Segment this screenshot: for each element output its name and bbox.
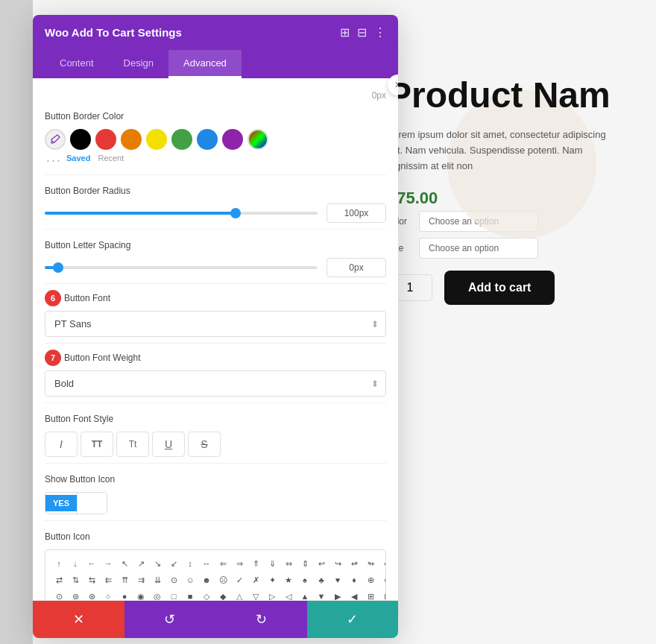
underline-button[interactable]: U	[152, 432, 185, 457]
icon-cell[interactable]: ⊙	[166, 572, 181, 587]
tab-advanced[interactable]: Advanced	[168, 50, 242, 78]
icon-cell[interactable]: ▼	[314, 589, 329, 600]
icon-cell[interactable]: ⊟	[379, 589, 386, 600]
icon-cell[interactable]: ⇄	[51, 572, 66, 587]
icon-cell[interactable]: ◀	[347, 589, 362, 600]
border-radius-thumb[interactable]	[230, 208, 241, 218]
icon-cell[interactable]: ⊙	[51, 589, 66, 600]
icon-cell[interactable]: ↑	[51, 556, 66, 571]
icon-cell[interactable]: ◁	[281, 589, 296, 600]
blue-swatch[interactable]	[197, 129, 218, 150]
icon-cell[interactable]: ⊛	[84, 589, 99, 600]
size-option[interactable]: Choose an option	[419, 238, 538, 259]
icon-cell[interactable]: ⇈	[117, 572, 132, 587]
strikethrough-button[interactable]: S	[188, 432, 221, 457]
border-radius-value[interactable]: 100px	[327, 203, 386, 223]
icon-cell[interactable]: ↬	[363, 556, 378, 571]
icon-cell[interactable]: ↪	[330, 556, 345, 571]
icon-cell[interactable]: △	[232, 589, 247, 600]
icon-cell[interactable]: ⇊	[150, 572, 165, 587]
border-radius-track[interactable]	[45, 212, 318, 215]
icon-cell[interactable]: ⇕	[297, 556, 312, 571]
tab-content[interactable]: Content	[45, 50, 109, 78]
icon-cell[interactable]: ↓	[68, 556, 83, 571]
icon-cell[interactable]: ♠	[297, 572, 312, 587]
saved-label[interactable]: Saved	[66, 154, 90, 162]
icon-cell[interactable]: ⊗	[379, 572, 386, 587]
green-swatch[interactable]	[171, 129, 192, 150]
letter-spacing-value[interactable]: 0px	[327, 258, 386, 277]
show-icon-toggle[interactable]: YES	[45, 492, 107, 514]
icon-cell[interactable]: ☻	[199, 572, 214, 587]
yellow-swatch[interactable]	[146, 129, 167, 150]
letter-spacing-thumb[interactable]	[53, 262, 63, 273]
icon-cell[interactable]: ◉	[133, 589, 148, 600]
icon-cell[interactable]: ▲	[297, 589, 312, 600]
button-font-weight-select[interactable]: Bold	[45, 370, 386, 397]
icon-cell[interactable]: ⇅	[68, 572, 83, 587]
tab-design[interactable]: Design	[109, 50, 168, 78]
reset-button[interactable]: ↺	[124, 601, 216, 638]
icon-cell[interactable]: ■	[183, 589, 198, 600]
icon-cell[interactable]: ↖	[117, 556, 132, 571]
cancel-button[interactable]: ✕	[33, 601, 124, 638]
icon-cell[interactable]: ✗	[248, 572, 263, 587]
icon-cell[interactable]: ⇑	[248, 556, 263, 571]
redo-button[interactable]: ↻	[215, 601, 307, 638]
icon-cell[interactable]: ⇆	[84, 572, 99, 587]
icon-cell[interactable]: ⊕	[363, 572, 378, 587]
black-swatch[interactable]	[70, 129, 91, 150]
icon-cell[interactable]: ←	[84, 556, 99, 571]
more-colors-dots[interactable]: ···	[46, 153, 62, 168]
icon-cell[interactable]: ☹	[215, 572, 230, 587]
icon-cell[interactable]: ↕	[183, 556, 198, 571]
italic-button[interactable]: I	[45, 432, 78, 457]
all-caps-button[interactable]: TT	[81, 432, 113, 457]
icon-cell[interactable]: →	[101, 556, 116, 571]
icon-cell[interactable]: ⇐	[215, 556, 230, 571]
icon-cell[interactable]: ●	[117, 589, 132, 600]
icon-cell[interactable]: ▶	[330, 589, 345, 600]
icon-cell[interactable]: ⇓	[265, 556, 280, 571]
icon-cell[interactable]: ↙	[166, 556, 181, 571]
orange-swatch[interactable]	[121, 129, 142, 150]
icon-cell[interactable]: ✓	[232, 572, 247, 587]
confirm-button[interactable]: ✓	[307, 601, 399, 638]
icon-cell[interactable]: ▷	[265, 589, 280, 600]
expand-icon[interactable]: ⊞	[340, 25, 350, 40]
icon-cell[interactable]: ○	[101, 589, 116, 600]
icon-cell[interactable]: ↘	[150, 556, 165, 571]
icon-cell[interactable]: ↫	[347, 556, 362, 571]
icon-cell[interactable]: ↩	[314, 556, 329, 571]
title-case-button[interactable]: Tt	[116, 432, 149, 457]
icon-cell[interactable]: ⇒	[232, 556, 247, 571]
icon-cell[interactable]: ↭	[379, 556, 386, 571]
red-swatch[interactable]	[95, 129, 116, 150]
icon-cell[interactable]: ⊞	[363, 589, 378, 600]
icon-cell[interactable]: ◎	[150, 589, 165, 600]
icon-cell[interactable]: ♦	[347, 572, 362, 587]
icon-cell[interactable]: ▽	[248, 589, 263, 600]
icon-cell[interactable]: ♥	[330, 572, 345, 587]
icon-cell[interactable]: ◇	[199, 589, 214, 600]
gradient-swatch[interactable]	[247, 129, 268, 150]
button-font-select[interactable]: PT Sans	[45, 311, 386, 337]
icon-cell[interactable]: ↔	[199, 556, 214, 571]
more-options-icon[interactable]: ⋮	[374, 25, 386, 40]
icon-cell[interactable]: ♣	[314, 572, 329, 587]
letter-spacing-track[interactable]	[45, 266, 318, 269]
icon-cell[interactable]: ⇉	[133, 572, 148, 587]
purple-swatch[interactable]	[222, 129, 243, 150]
recent-label[interactable]: Recent	[98, 154, 124, 162]
minimize-icon[interactable]: ⊟	[357, 25, 367, 40]
icon-cell[interactable]: ☺	[183, 572, 198, 587]
eyedropper-swatch[interactable]	[45, 129, 66, 150]
icon-cell[interactable]: ⇇	[101, 572, 116, 587]
icon-cell[interactable]: ✦	[265, 572, 280, 587]
add-to-cart-button[interactable]: Add to cart	[444, 271, 555, 305]
icon-cell[interactable]: ★	[281, 572, 296, 587]
icon-cell[interactable]: ⊚	[68, 589, 83, 600]
icon-cell[interactable]: ⇔	[281, 556, 296, 571]
icon-cell[interactable]: ◆	[215, 589, 230, 600]
icon-cell[interactable]: □	[166, 589, 181, 600]
